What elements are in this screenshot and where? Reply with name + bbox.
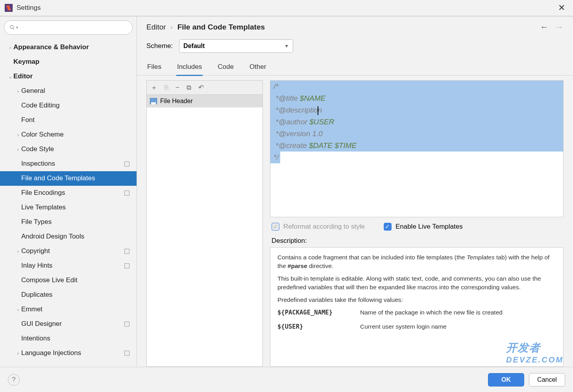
sidebar-item-editor[interactable]: ⌄Editor	[0, 69, 137, 84]
breadcrumb: Editor › File and Code Templates	[146, 23, 265, 31]
sidebar-item-label: File Encodings	[21, 189, 65, 197]
chevron-down-icon: ▼	[284, 43, 289, 49]
window-title: Settings	[17, 4, 41, 12]
nav-back-icon[interactable]: ←	[540, 22, 549, 32]
sidebar-item-general[interactable]: ›General	[0, 84, 137, 98]
sidebar-item-label: Live Templates	[21, 203, 66, 211]
sidebar-item-live-templates[interactable]: Live Templates	[0, 200, 137, 215]
expand-icon: ›	[15, 146, 21, 152]
remove-icon[interactable]: −	[176, 84, 179, 92]
project-badge-icon	[124, 161, 129, 166]
project-badge-icon	[124, 263, 129, 268]
sidebar-item-label: Code Editing	[21, 102, 59, 109]
sidebar-item-inlay-hints[interactable]: Inlay Hints	[0, 259, 137, 273]
nav-forward-icon: →	[555, 22, 564, 32]
scheme-value: Default	[183, 43, 205, 50]
sidebar-item-label: File and Code Templates	[21, 174, 95, 182]
sidebar-item-appearance-behavior[interactable]: ›Appearance & Behavior	[0, 40, 137, 55]
template-item[interactable]: File Header	[147, 95, 262, 107]
sidebar-item-label: Inlay Hints	[21, 262, 52, 270]
template-editor[interactable]: /* *@title $NAME *@description *@author …	[270, 80, 564, 217]
add-from-icon: ⎘	[165, 84, 168, 92]
sidebar-item-label: Android Design Tools	[21, 233, 84, 240]
project-badge-icon	[124, 322, 129, 327]
sidebar-item-label: GUI Designer	[21, 320, 62, 328]
sidebar-item-label: Color Scheme	[21, 131, 64, 139]
scheme-label: Scheme:	[146, 42, 173, 50]
cancel-button[interactable]: Cancel	[529, 373, 565, 386]
sidebar-item-color-scheme[interactable]: ›Color Scheme	[0, 128, 137, 142]
enable-live-templates-checkbox[interactable]: ✓ Enable Live Templates	[384, 223, 463, 231]
sidebar-item-intentions[interactable]: Intentions	[0, 331, 137, 346]
tab-files[interactable]: Files	[146, 60, 162, 76]
sidebar-item-emmet[interactable]: ›Emmet	[0, 302, 137, 317]
expand-icon: ›	[15, 248, 21, 254]
sidebar-item-file-encodings[interactable]: File Encodings	[0, 186, 137, 200]
sidebar-item-file-code-templates[interactable]: File and Code Templates	[0, 171, 137, 186]
description-box: Contains a code fragment that can be inc…	[270, 247, 564, 367]
sidebar-item-duplicates[interactable]: Duplicates	[0, 288, 137, 302]
sidebar-item-label: Emmet	[21, 305, 43, 313]
sidebar-item-label: Copyright	[21, 247, 50, 255]
sidebar-item-keymap[interactable]: Keymap	[0, 55, 137, 69]
sidebar-item-label: Code Style	[21, 145, 54, 153]
svg-point-0	[10, 25, 13, 28]
sidebar-item-gui-designer[interactable]: GUI Designer	[0, 317, 137, 331]
sidebar-item-label: Appearance & Behavior	[13, 43, 89, 51]
footer: ? OK Cancel	[0, 367, 573, 392]
settings-tree: ›Appearance & BehaviorKeymap⌄Editor›Gene…	[0, 37, 137, 367]
sidebar: ▾ ›Appearance & BehaviorKeymap⌄Editor›Ge…	[0, 17, 137, 367]
sidebar-item-label: Editor	[13, 72, 33, 80]
sidebar-item-language-injections[interactable]: ›Language Injections	[0, 346, 137, 361]
expand-icon: ⌄	[7, 74, 13, 80]
chevron-down-icon: ▾	[16, 25, 18, 30]
svg-line-1	[13, 28, 14, 30]
sidebar-item-code-editing[interactable]: Code Editing	[0, 98, 137, 113]
sidebar-item-file-types[interactable]: File Types	[0, 215, 137, 229]
expand-icon: ›	[15, 88, 21, 94]
sidebar-item-font[interactable]: Font	[0, 113, 137, 128]
titlebar: Settings ✕	[0, 0, 573, 16]
search-input[interactable]: ▾	[4, 20, 133, 35]
tab-includes[interactable]: Includes	[176, 60, 203, 76]
close-icon[interactable]: ✕	[555, 1, 568, 15]
sidebar-item-label: Keymap	[13, 58, 39, 66]
sidebar-item-label: Compose Live Edit	[21, 276, 78, 284]
sidebar-item-inspections[interactable]: Inspections	[0, 157, 137, 171]
sidebar-item-label: File Types	[21, 218, 52, 226]
project-badge-icon	[124, 351, 129, 356]
tab-code[interactable]: Code	[217, 60, 235, 76]
project-badge-icon	[124, 190, 129, 196]
sidebar-item-android-design-tools[interactable]: Android Design Tools	[0, 229, 137, 244]
description-label: Description:	[270, 236, 564, 247]
sidebar-item-label: Duplicates	[21, 291, 52, 299]
search-icon	[9, 24, 15, 31]
sidebar-item-label: Language Injections	[21, 349, 81, 357]
chevron-right-icon: ›	[171, 24, 173, 30]
app-icon	[5, 4, 13, 12]
tabs: FilesIncludesCodeOther	[137, 58, 573, 76]
help-button[interactable]: ?	[8, 374, 20, 386]
breadcrumb-current: File and Code Templates	[177, 23, 265, 31]
file-icon	[150, 98, 157, 104]
sidebar-item-copyright[interactable]: ›Copyright	[0, 244, 137, 259]
reformat-checkbox: ✓ Reformat according to style	[272, 223, 365, 231]
expand-icon: ›	[7, 44, 13, 50]
sidebar-item-label: Font	[21, 116, 35, 124]
sidebar-item-code-style[interactable]: ›Code Style	[0, 142, 137, 157]
project-badge-icon	[124, 249, 129, 254]
tab-other[interactable]: Other	[249, 60, 267, 76]
ok-button[interactable]: OK	[488, 373, 524, 386]
sidebar-item-compose-live-edit[interactable]: Compose Live Edit	[0, 273, 137, 288]
search-field[interactable]	[20, 24, 128, 31]
template-toolbar: ＋ ⎘ − ⧉ ↶	[147, 81, 262, 95]
template-list-pane: ＋ ⎘ − ⧉ ↶ File Header	[146, 80, 263, 367]
copy-icon[interactable]: ⧉	[187, 84, 191, 92]
breadcrumb-root[interactable]: Editor	[146, 23, 166, 31]
scheme-select[interactable]: Default ▼	[179, 39, 293, 53]
add-icon[interactable]: ＋	[151, 83, 157, 92]
expand-icon: ›	[15, 350, 21, 356]
undo-icon[interactable]: ↶	[198, 83, 204, 92]
sidebar-item-label: General	[21, 87, 45, 95]
expand-icon: ›	[15, 132, 21, 138]
